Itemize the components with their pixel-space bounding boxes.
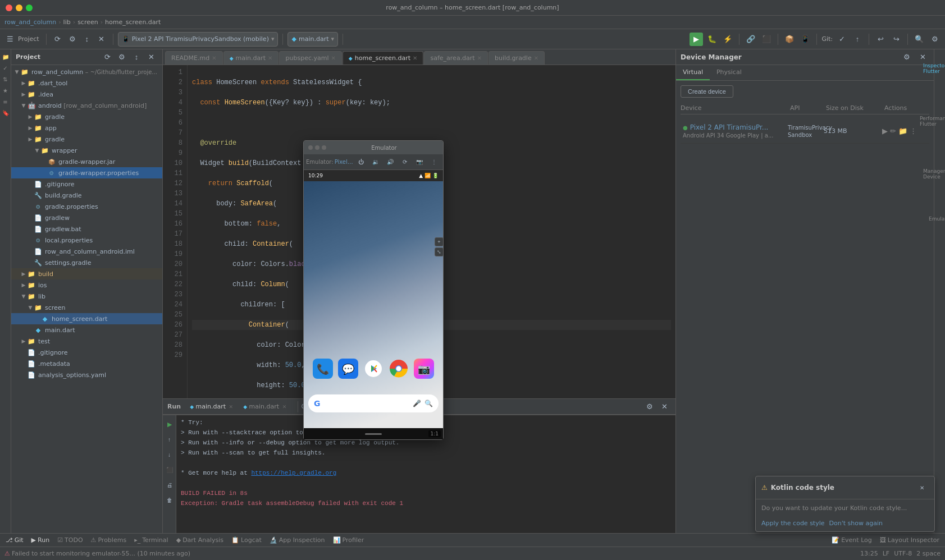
emulator-power-btn[interactable]: ⏻: [354, 155, 368, 169]
close-button[interactable]: [6, 4, 12, 11]
settings-button[interactable]: ⚙: [928, 33, 942, 46]
undo-button[interactable]: ↩: [874, 33, 887, 46]
git-push-button[interactable]: ↑: [851, 33, 864, 46]
tree-gradlew-bat[interactable]: ▶ 📄 gradlew.bat: [11, 223, 162, 235]
run-print-btn[interactable]: 🖨: [163, 478, 176, 492]
attach-debugger-button[interactable]: 🔗: [744, 33, 757, 46]
app-messages[interactable]: 💬: [338, 359, 358, 379]
gradle-help-link[interactable]: https://help.gradle.org: [251, 470, 336, 476]
tab-readme[interactable]: README.md ✕: [165, 51, 223, 65]
app-play[interactable]: [363, 359, 384, 379]
breadcrumb-item-screen[interactable]: screen: [77, 19, 98, 26]
profiler-tool-btn[interactable]: 📊 Profiler: [330, 535, 368, 545]
dismiss-link[interactable]: Don't show again: [829, 520, 883, 527]
pubspec-tab-close[interactable]: ✕: [331, 55, 335, 61]
run-play-btn[interactable]: ▶: [163, 417, 176, 431]
tree-gradlew[interactable]: ▶ 📄 gradlew: [11, 212, 162, 223]
project-sync-btn[interactable]: ⟳: [101, 51, 114, 64]
home-screen-tab-close[interactable]: ✕: [413, 55, 417, 61]
flutter-performance-icon[interactable]: Flutter Performance: [920, 116, 946, 127]
app-camera[interactable]: 📷: [414, 359, 434, 379]
tree-local-props[interactable]: ▶ ⚙ local.properties: [11, 235, 162, 246]
tree-build-gradle[interactable]: ▶ 🔧 build.gradle: [11, 190, 162, 201]
run-clear-btn[interactable]: 🗑: [163, 493, 176, 507]
header-device[interactable]: Device: [681, 104, 788, 112]
status-lf[interactable]: LF: [883, 550, 889, 557]
device-more-icon[interactable]: ⋮: [910, 127, 917, 135]
project-gear-btn[interactable]: ⚙: [115, 51, 129, 64]
emulator-zoom-btn[interactable]: +: [435, 237, 443, 246]
tree-android-gradle1[interactable]: ▶ 📁 gradle: [11, 111, 162, 122]
sidebar-project-icon[interactable]: 📁: [1, 52, 11, 62]
tree-analysis-options[interactable]: ▶ 📄 analysis_options.yaml: [11, 369, 162, 380]
tree-settings-gradle[interactable]: ▶ 🔧 settings.gradle: [11, 257, 162, 268]
breadcrumb-item-root[interactable]: row_and_column: [4, 19, 56, 26]
run-tab-1-close[interactable]: ✕: [229, 404, 234, 410]
lens-icon[interactable]: 🔍: [424, 400, 433, 407]
device-edit-icon[interactable]: ✏: [890, 127, 896, 135]
tree-test[interactable]: ▶ 📁 test: [11, 336, 162, 347]
create-device-button[interactable]: Create device: [681, 85, 733, 98]
tree-idea[interactable]: ▶ 📁 .idea: [11, 89, 162, 100]
sdk-manager-button[interactable]: 📦: [783, 33, 796, 46]
emulator-resize-btn[interactable]: ⤡: [435, 247, 443, 256]
tree-root-gitignore[interactable]: ▶ 📄 .gitignore: [11, 347, 162, 358]
file-selector[interactable]: ◆ main.dart ▾: [287, 32, 338, 47]
project-close-btn[interactable]: ✕: [144, 51, 158, 64]
avd-manager-button[interactable]: 📱: [798, 33, 812, 46]
tree-ios[interactable]: ▶ 📁 ios: [11, 279, 162, 291]
device-launch-icon[interactable]: ▶: [882, 127, 888, 135]
tree-build-folder[interactable]: ▶ 📁 build: [11, 268, 162, 279]
minimize-button[interactable]: [16, 4, 22, 11]
safe-area-tab-close[interactable]: ✕: [477, 55, 482, 61]
maximize-button[interactable]: [26, 4, 33, 11]
device-manager-side-icon[interactable]: Device Manager: [923, 168, 946, 180]
breadcrumb-item-file[interactable]: home_screen.dart: [105, 19, 161, 26]
readme-tab-close[interactable]: ✕: [212, 55, 216, 61]
device-manager-close-btn[interactable]: ✕: [916, 51, 929, 64]
emulator-screen[interactable]: 10:29 ▲ 📶 🔋 📞 💬: [304, 170, 443, 439]
tree-screen[interactable]: ▼ 📁 screen: [11, 302, 162, 313]
phone-search-bar[interactable]: G 🎤 🔍: [308, 394, 439, 412]
tab-home-screen[interactable]: ◆ home_screen.dart ✕: [343, 51, 424, 65]
tree-item-root[interactable]: ▼ 📁 row_and_column – ~/Github/flutter_pr…: [11, 66, 162, 77]
run-tab-1[interactable]: ◆ main.dart ✕: [185, 402, 238, 411]
tree-android-gradle2[interactable]: ▶ 📁 gradle: [11, 134, 162, 145]
main-dart-tab-close[interactable]: ✕: [268, 55, 272, 61]
event-log-btn[interactable]: 📝 Event Log: [828, 535, 875, 545]
dart-analysis-tool-btn[interactable]: ◆ Dart Analysis: [173, 535, 227, 545]
emulator-more-btn[interactable]: ⋮: [427, 155, 441, 169]
layout-inspector-btn[interactable]: 🖼 Layout Inspector: [876, 535, 943, 545]
tree-home-screen-dart[interactable]: ▶ ◆ home_screen.dart: [11, 313, 162, 324]
tree-lib[interactable]: ▼ 📁 lib: [11, 291, 162, 302]
tree-gradle-wrapper-properties[interactable]: ▶ ⚙ gradle-wrapper.properties: [11, 167, 162, 178]
emulator-side-icon[interactable]: Emulator: [928, 213, 946, 224]
run-close-btn[interactable]: ✕: [658, 400, 671, 414]
search-button[interactable]: 🔍: [912, 33, 926, 46]
close-panel-button[interactable]: ✕: [95, 33, 108, 46]
run-down-btn[interactable]: ↓: [163, 448, 176, 461]
tab-main-dart[interactable]: ◆ main.dart ✕: [223, 51, 279, 65]
sidebar-vcs-icon[interactable]: ✓: [1, 63, 11, 73]
run-up-btn[interactable]: ↑: [163, 433, 176, 446]
config-button[interactable]: ⚙: [66, 33, 79, 46]
tree-android[interactable]: ▼ 🤖 android [row_and_column_android]: [11, 100, 162, 111]
tree-dart-tool[interactable]: ▶ 📁 .dart_tool: [11, 77, 162, 89]
dm-tab-virtual[interactable]: Virtual: [676, 65, 710, 80]
sidebar-structure-icon[interactable]: ≡: [1, 97, 11, 107]
debug-button[interactable]: 🐛: [705, 33, 719, 46]
status-line-col[interactable]: 13:25: [860, 550, 878, 557]
device-selector[interactable]: 📱 Pixel 2 API TiramisuPrivacySandbox (mo…: [118, 32, 279, 47]
emulator-rotate-btn[interactable]: ⟳: [398, 155, 412, 169]
header-api[interactable]: API: [790, 104, 824, 112]
git-tool-btn[interactable]: ⎇ Git: [2, 535, 27, 545]
sync-button[interactable]: ⟳: [51, 33, 65, 46]
build-gradle-tab-close[interactable]: ✕: [534, 55, 538, 61]
run-tab-2-close[interactable]: ✕: [282, 404, 287, 410]
status-indent[interactable]: 2 space: [916, 550, 941, 557]
flutter-inspector-icon[interactable]: Flutter Inspector: [923, 63, 946, 74]
stop-button[interactable]: ⬛: [760, 33, 773, 46]
emulator-vol-down-btn[interactable]: 🔉: [369, 155, 382, 169]
window-controls[interactable]: [6, 4, 33, 11]
kotlin-notification-close[interactable]: ✕: [915, 481, 929, 494]
